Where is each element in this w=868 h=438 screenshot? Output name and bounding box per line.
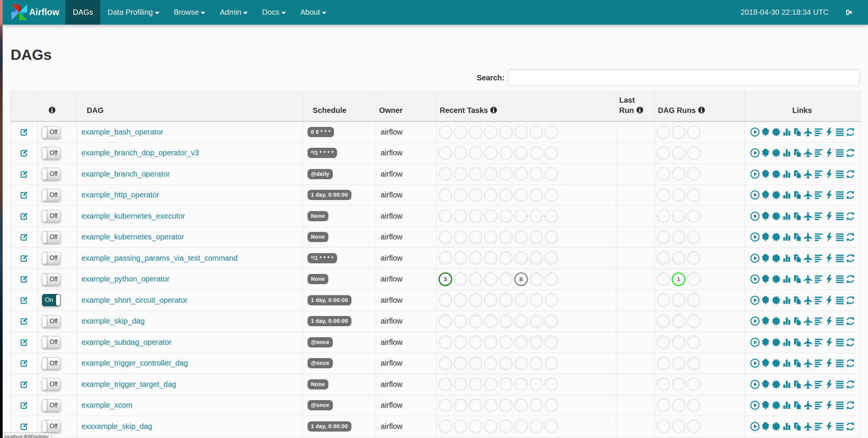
logout-icon[interactable] — [844, 8, 853, 17]
dag-pause-toggle[interactable]: Off — [42, 231, 61, 243]
recent-task-circle[interactable] — [514, 146, 528, 160]
task-tries-icon[interactable] — [793, 296, 802, 305]
recent-task-circle[interactable] — [545, 167, 558, 181]
recent-task-circle[interactable] — [545, 230, 558, 244]
task-tries-icon[interactable] — [793, 232, 802, 242]
recent-task-circle[interactable] — [484, 230, 498, 244]
dag-link[interactable]: example_python_operator — [81, 275, 169, 283]
code-view-icon[interactable] — [824, 296, 834, 305]
task-instances-icon[interactable] — [835, 148, 845, 158]
recent-task-circle[interactable] — [439, 230, 452, 244]
recent-task-circle[interactable] — [439, 188, 452, 202]
dag-run-circle[interactable] — [672, 146, 685, 160]
gantt-view-icon[interactable] — [814, 232, 823, 242]
recent-task-circle[interactable] — [499, 399, 513, 412]
recent-task-circle[interactable] — [439, 377, 452, 391]
recent-task-circle[interactable] — [545, 314, 558, 328]
recent-task-circle[interactable] — [514, 125, 528, 139]
dag-pause-toggle[interactable]: Off — [42, 399, 61, 411]
recent-task-circle[interactable] — [454, 188, 467, 202]
refresh-icon[interactable] — [846, 127, 855, 137]
dag-run-circle[interactable] — [657, 377, 670, 391]
gantt-view-icon[interactable] — [814, 274, 823, 284]
task-instances-icon[interactable] — [835, 232, 845, 242]
dag-run-circle[interactable] — [687, 251, 701, 265]
tree-view-icon[interactable] — [761, 358, 770, 368]
landing-times-icon[interactable] — [803, 148, 813, 158]
info-icon[interactable] — [698, 106, 705, 114]
dag-link[interactable]: example_short_circuit_operator — [81, 296, 187, 304]
recent-task-circle[interactable] — [529, 272, 543, 286]
recent-task-circle[interactable] — [529, 209, 543, 223]
graph-view-icon[interactable] — [771, 148, 781, 158]
gantt-view-icon[interactable] — [814, 253, 823, 263]
task-duration-icon[interactable] — [782, 253, 792, 263]
edit-dag-icon[interactable] — [20, 191, 28, 199]
tree-view-icon[interactable] — [761, 169, 770, 179]
task-duration-icon[interactable] — [782, 274, 792, 284]
dag-run-circle[interactable] — [672, 209, 685, 223]
schedule-badge[interactable]: 1 day, 0:00:00 — [308, 421, 351, 432]
dag-run-circle[interactable] — [672, 314, 685, 328]
header-dag[interactable]: DAG — [77, 91, 303, 122]
recent-task-circle[interactable] — [545, 335, 558, 349]
edit-dag-icon[interactable] — [20, 212, 28, 220]
code-view-icon[interactable] — [824, 400, 834, 410]
recent-task-circle[interactable] — [484, 125, 498, 139]
trigger-dag-icon[interactable] — [750, 296, 760, 305]
landing-times-icon[interactable] — [803, 274, 813, 284]
recent-task-circle[interactable] — [469, 146, 482, 160]
dag-pause-toggle[interactable]: Off — [42, 126, 61, 138]
edit-dag-icon[interactable] — [20, 401, 28, 409]
code-view-icon[interactable] — [824, 253, 834, 263]
dag-run-circle[interactable]: 1 — [672, 272, 685, 286]
task-instances-icon[interactable] — [835, 253, 845, 263]
tree-view-icon[interactable] — [761, 190, 770, 200]
code-view-icon[interactable] — [824, 169, 834, 179]
dag-run-circle[interactable] — [657, 125, 670, 139]
tree-view-icon[interactable] — [761, 127, 770, 137]
gantt-view-icon[interactable] — [814, 296, 823, 305]
recent-task-circle[interactable] — [514, 209, 528, 223]
dag-run-circle[interactable] — [657, 230, 670, 244]
graph-view-icon[interactable] — [771, 274, 781, 284]
task-tries-icon[interactable] — [793, 127, 802, 137]
tree-view-icon[interactable] — [761, 211, 770, 221]
refresh-icon[interactable] — [846, 316, 855, 326]
graph-view-icon[interactable] — [771, 358, 781, 368]
gantt-view-icon[interactable] — [814, 127, 823, 137]
dag-pause-toggle[interactable]: Off — [42, 315, 61, 327]
tree-view-icon[interactable] — [761, 148, 770, 158]
recent-task-circle[interactable] — [454, 272, 467, 286]
task-instances-icon[interactable] — [835, 316, 845, 326]
recent-task-circle[interactable] — [454, 419, 467, 433]
recent-task-circle[interactable] — [514, 399, 528, 412]
dag-run-circle[interactable] — [672, 125, 685, 139]
recent-task-circle[interactable]: 3 — [439, 272, 452, 286]
recent-task-circle[interactable] — [484, 419, 498, 433]
edit-dag-icon[interactable] — [20, 359, 28, 367]
recent-task-circle[interactable] — [499, 272, 513, 286]
dag-run-circle[interactable] — [687, 314, 701, 328]
recent-task-circle[interactable] — [499, 125, 513, 139]
task-tries-icon[interactable] — [793, 274, 802, 284]
recent-task-circle[interactable] — [469, 377, 482, 391]
recent-task-circle[interactable] — [499, 167, 513, 181]
recent-task-circle[interactable] — [484, 272, 498, 286]
gantt-view-icon[interactable] — [814, 380, 823, 389]
dag-run-circle[interactable] — [672, 230, 685, 244]
info-icon[interactable] — [490, 106, 497, 114]
recent-task-circle[interactable] — [545, 272, 558, 286]
recent-task-circle[interactable] — [545, 399, 558, 412]
task-duration-icon[interactable] — [782, 338, 792, 347]
dag-link[interactable]: example_subdag_operator — [81, 338, 172, 346]
task-duration-icon[interactable] — [782, 380, 792, 389]
tree-view-icon[interactable] — [761, 422, 770, 431]
dag-link[interactable]: example_kubernetes_operator — [81, 233, 184, 241]
task-duration-icon[interactable] — [782, 400, 792, 410]
task-duration-icon[interactable] — [782, 190, 792, 200]
dag-pause-toggle[interactable]: Off — [42, 420, 61, 432]
landing-times-icon[interactable] — [803, 296, 813, 305]
dag-pause-toggle[interactable]: Off — [42, 168, 61, 180]
recent-task-circle[interactable] — [529, 419, 543, 433]
